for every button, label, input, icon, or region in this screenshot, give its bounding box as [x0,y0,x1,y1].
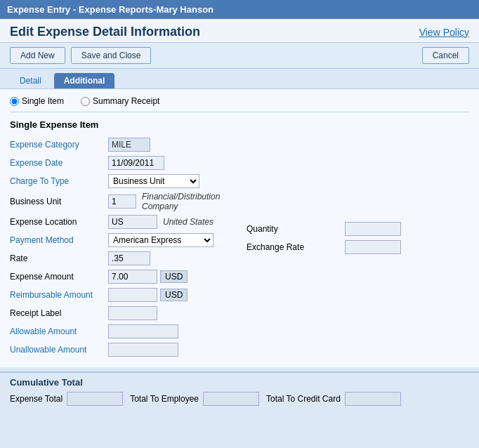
charge-to-type-select[interactable]: Business Unit Project Department [108,174,199,188]
radio-summary-receipt[interactable]: Summary Receipt [81,96,159,106]
expense-location-row: Expense Location United States [10,214,232,230]
expense-date-input[interactable] [108,156,164,170]
rate-row: Rate [10,251,232,266]
allowable-amount-row: Allowable Amount [10,324,232,339]
total-to-credit-card-input[interactable] [345,392,401,406]
exchange-rate-label: Exchange Rate [247,242,345,252]
allowable-amount-label: Allowable Amount [10,327,108,336]
expense-amount-input[interactable] [108,270,157,284]
expense-location-input[interactable] [108,215,157,229]
rate-input[interactable] [108,251,150,265]
unallowable-amount-input[interactable] [108,343,178,357]
cancel-button[interactable]: Cancel [422,47,469,64]
title-bar-text: Expense Entry - Expense Reports-Mary Han… [7,4,214,15]
expense-date-label: Expense Date [10,158,108,168]
expense-total-item: Expense Total [10,392,123,406]
reimbursable-amount-input[interactable] [108,288,157,302]
receipt-label-row: Receipt Label [10,305,232,321]
expense-category-row: Expense Category [10,137,232,152]
exchange-rate-input[interactable] [345,240,401,254]
left-col: Expense Category Expense Date Charge To … [10,137,232,360]
radio-row: Single Item Summary Receipt [10,96,469,112]
charge-to-type-row: Charge To Type Business Unit Project Dep… [10,173,232,189]
expense-category-label: Expense Category [10,140,108,150]
expense-date-row: Expense Date [10,155,232,171]
reimbursable-amount-currency: USD [160,289,188,301]
payment-method-row: Payment Method American Express Cash Per… [10,232,232,248]
business-unit-row: Business Unit Financial/Distribution Com… [10,192,232,211]
expense-total-input[interactable] [67,392,123,406]
expense-amount-currency: USD [160,270,188,283]
quantity-input[interactable] [345,222,401,236]
total-to-credit-card-item: Total To Credit Card [266,392,401,406]
quantity-row: Quantity [247,221,469,237]
radio-single-item[interactable]: Single Item [10,96,64,106]
toolbar: Add New Save and Close Cancel [0,43,479,69]
allowable-amount-input[interactable] [108,324,178,338]
expense-amount-label: Expense Amount [10,272,108,282]
rate-label: Rate [10,253,108,263]
view-policy-link[interactable]: View Policy [419,27,469,38]
tab-detail[interactable]: Detail [10,73,51,88]
right-col: Quantity Exchange Rate [232,137,469,360]
business-unit-label: Business Unit [10,197,108,206]
title-bar: Expense Entry - Expense Reports-Mary Han… [0,0,479,19]
cumulative-section: Cumulative Total Expense Total Total To … [0,371,479,410]
cumulative-row: Expense Total Total To Employee Total To… [10,392,469,406]
unallowable-amount-row: Unallowable Amount [10,342,232,357]
expense-category-input[interactable] [108,138,150,152]
section-title: Single Expense Item [10,119,469,130]
add-new-button[interactable]: Add New [10,47,65,64]
two-col-section: Expense Category Expense Date Charge To … [10,137,469,360]
reimbursable-amount-label: Reimbursable Amount [10,290,108,300]
payment-method-select[interactable]: American Express Cash Personal Card [108,233,214,247]
page-title: Edit Expense Detail Information [10,25,200,39]
expense-location-inline: United States [163,217,214,227]
cumulative-title: Cumulative Total [10,377,469,388]
payment-method-label: Payment Method [10,235,108,245]
reimbursable-amount-row: Reimbursable Amount USD [10,287,232,303]
quantity-label: Quantity [247,224,345,234]
page-header: Edit Expense Detail Information View Pol… [0,19,479,43]
expense-amount-row: Expense Amount USD [10,269,232,284]
receipt-label-input[interactable] [108,306,157,320]
content-area: Single Item Summary Receipt Single Expen… [0,88,479,367]
charge-to-type-label: Charge To Type [10,176,108,186]
total-to-employee-label: Total To Employee [130,394,199,404]
total-to-employee-input[interactable] [203,392,259,406]
receipt-label-label: Receipt Label [10,308,108,318]
total-to-credit-card-label: Total To Credit Card [266,394,341,404]
save-close-button[interactable]: Save and Close [71,47,152,64]
tab-additional[interactable]: Additional [54,73,115,88]
tabs-row: Detail Additional [0,69,479,88]
total-to-employee-item: Total To Employee [130,392,259,406]
expense-location-label: Expense Location [10,217,108,227]
exchange-rate-row: Exchange Rate [247,239,469,255]
expense-total-label: Expense Total [10,394,63,404]
business-unit-input[interactable] [108,195,136,209]
unallowable-amount-label: Unallowable Amount [10,345,108,355]
business-unit-inline: Financial/Distribution Company [142,192,232,211]
